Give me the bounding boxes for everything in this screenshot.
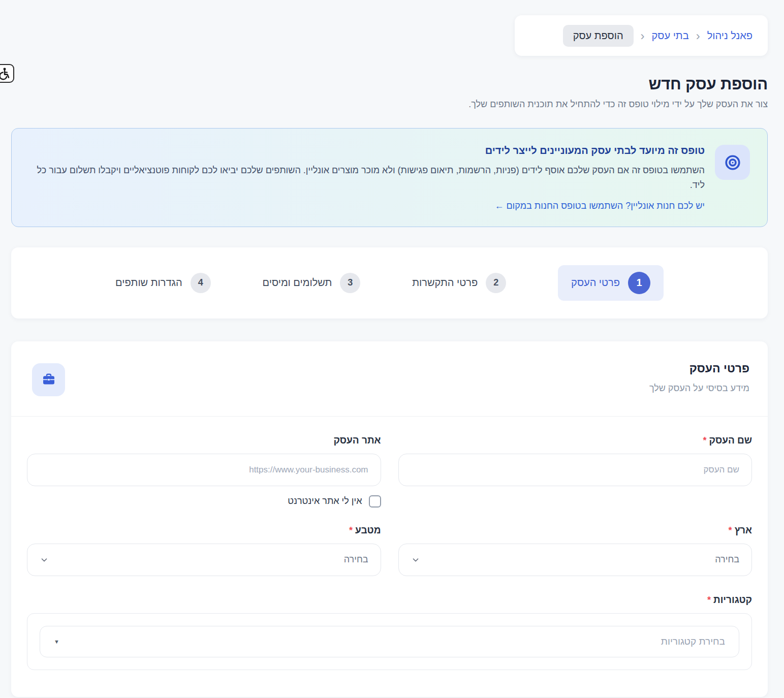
field-currency: מטבע* בחירה	[27, 525, 381, 576]
step-contact-details[interactable]: 2 פרטי התקשרות	[412, 273, 506, 293]
categories-container: בחירת קטגוריות ▼	[27, 613, 752, 670]
business-details-form: שם העסק* אתר העסק אין לי אתר אינטרנט	[11, 417, 768, 670]
currency-label: מטבע*	[27, 525, 381, 536]
breadcrumb: פאנל ניהול ‹ בתי עסק ‹ הוספת עסק	[515, 15, 768, 56]
step-label: הגדרות שותפים	[115, 277, 182, 289]
field-business-name: שם העסק*	[398, 435, 752, 507]
required-asterisk: *	[729, 525, 732, 535]
step-label: פרטי התקשרות	[412, 277, 478, 289]
lead-form-info-banner: טופס זה מיועד לבתי עסק המעוניינים לייצר …	[11, 128, 768, 227]
label-text: אתר העסק	[333, 435, 381, 446]
country-label: ארץ*	[398, 525, 752, 536]
accessibility-icon	[0, 67, 11, 80]
breadcrumb-link-businesses[interactable]: בתי עסק	[652, 30, 689, 42]
page-container: פאנל ניהול ‹ בתי עסק ‹ הוספת עסק הוספת ע…	[0, 0, 784, 697]
breadcrumb-link-admin-panel[interactable]: פאנל ניהול	[707, 30, 752, 42]
website-input[interactable]	[27, 454, 381, 486]
categories-label: קטגוריות*	[27, 594, 752, 606]
step-number-badge: 2	[486, 273, 506, 293]
no-website-checkbox[interactable]	[369, 495, 381, 507]
step-number-badge: 4	[191, 273, 211, 293]
currency-select-value: בחירה	[344, 554, 368, 565]
card-header: פרטי העסק מידע בסיסי על העסק שלך	[11, 341, 768, 417]
step-label: פרטי העסק	[571, 277, 620, 289]
page-title: הוספת עסק חדש	[11, 75, 768, 93]
required-asterisk: *	[349, 525, 353, 535]
categories-multiselect[interactable]: בחירת קטגוריות ▼	[40, 626, 739, 657]
card-subtitle: מידע בסיסי על העסק שלך	[29, 383, 749, 394]
breadcrumb-separator-icon: ‹	[696, 29, 700, 42]
target-icon	[715, 145, 750, 180]
page-subtitle: צור את העסק שלך על ידי מילוי טופס זה כדי…	[11, 99, 768, 110]
website-label: אתר העסק	[27, 435, 381, 446]
banner-text-block: טופס זה מיועד לבתי עסק המעוניינים לייצר …	[32, 145, 705, 211]
business-name-input[interactable]	[398, 454, 752, 486]
no-website-checkbox-row: אין לי אתר אינטרנט	[27, 495, 381, 507]
required-asterisk: *	[703, 435, 706, 446]
step-payments-taxes[interactable]: 3 תשלומים ומיסים	[263, 273, 361, 293]
step-label: תשלומים ומיסים	[263, 277, 332, 289]
step-business-details[interactable]: 1 פרטי העסק	[558, 265, 664, 301]
required-asterisk: *	[707, 595, 711, 605]
accessibility-widget-button[interactable]	[0, 64, 14, 83]
dropdown-triangle-icon: ▼	[54, 639, 59, 645]
label-text: שם העסק	[709, 435, 752, 446]
label-text: מטבע	[355, 525, 381, 535]
step-number-badge: 3	[340, 273, 360, 293]
categories-placeholder: בחירת קטגוריות	[661, 636, 725, 647]
field-categories: קטגוריות* בחירת קטגוריות ▼	[27, 594, 752, 670]
banner-title: טופס זה מיועד לבתי עסק המעוניינים לייצר …	[32, 145, 705, 156]
step-number-badge: 1	[628, 272, 650, 294]
wizard-stepper: 1 פרטי העסק 2 פרטי התקשרות 3 תשלומים ומי…	[11, 247, 768, 319]
country-select[interactable]: בחירה	[398, 544, 752, 576]
country-select-value: בחירה	[715, 554, 739, 565]
business-details-card: פרטי העסק מידע בסיסי על העסק שלך שם העסק…	[11, 341, 768, 697]
no-website-checkbox-label: אין לי אתר אינטרנט	[288, 496, 362, 506]
store-form-link[interactable]: יש לכם חנות אונליין? השתמשו בטופס החנות …	[494, 201, 705, 211]
step-partner-settings[interactable]: 4 הגדרות שותפים	[115, 273, 211, 293]
currency-select[interactable]: בחירה	[27, 544, 381, 576]
card-title: פרטי העסק	[29, 362, 749, 375]
breadcrumb-separator-icon: ‹	[641, 29, 645, 42]
chevron-down-icon	[411, 555, 420, 564]
label-text: ארץ	[735, 525, 752, 535]
breadcrumb-current-page: הוספת עסק	[563, 25, 634, 47]
chevron-down-icon	[40, 555, 49, 564]
label-text: קטגוריות	[713, 594, 752, 605]
field-country: ארץ* בחירה	[398, 525, 752, 576]
business-name-label: שם העסק*	[398, 435, 752, 446]
field-website: אתר העסק אין לי אתר אינטרנט	[27, 435, 381, 507]
briefcase-icon	[32, 363, 65, 396]
banner-body: השתמשו בטופס זה אם העסק שלכם אוסף לידים …	[32, 163, 705, 193]
